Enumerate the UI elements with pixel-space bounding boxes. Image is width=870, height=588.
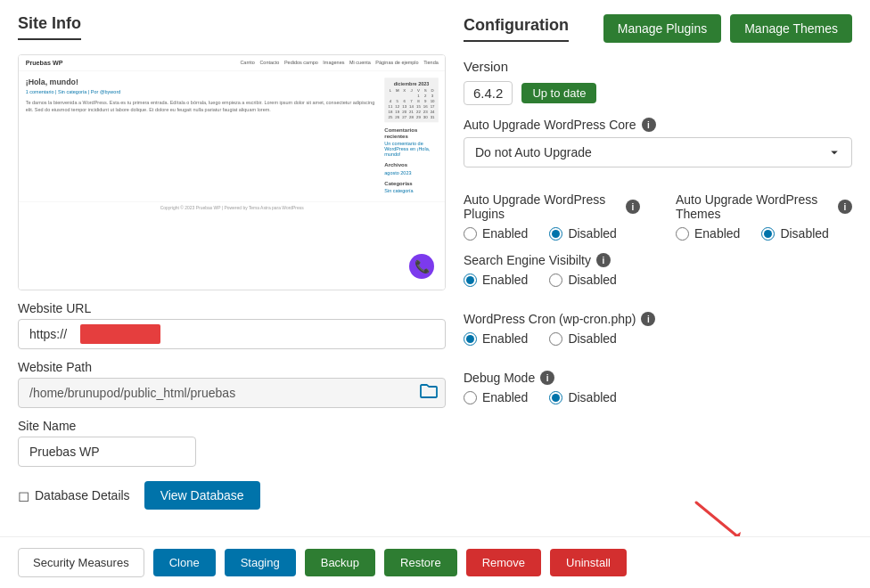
plugins-info-icon[interactable]: i [626, 200, 640, 214]
cron-radio-group: Enabled Disabled [464, 331, 852, 346]
version-number: 6.4.2 [464, 81, 513, 105]
preview-categories-section: Categorías Sin categoría [384, 180, 439, 193]
cron-enabled-label: Enabled [482, 331, 528, 346]
clone-button[interactable]: Clone [153, 549, 216, 576]
themes-disabled-radio[interactable]: Disabled [761, 226, 828, 241]
website-path-group: Website Path [18, 360, 446, 408]
phone-icon: 📞 [409, 254, 434, 279]
config-title: Configuration [464, 16, 569, 42]
database-row: ◻ Database Details View Database [18, 481, 446, 510]
themes-enabled-label: Enabled [694, 226, 740, 241]
config-header: Configuration Manage Plugins Manage Them… [464, 14, 852, 43]
search-engine-enabled-label: Enabled [482, 273, 528, 287]
themes-col: Auto Upgrade WordPress Themes i Enabled … [676, 192, 852, 241]
debug-enabled-radio[interactable]: Enabled [464, 390, 528, 404]
config-buttons: Manage Plugins Manage Themes [603, 14, 852, 43]
uninstall-button[interactable]: Uninstall [550, 549, 627, 576]
cron-disabled-radio[interactable]: Disabled [549, 331, 616, 346]
search-engine-radio-group: Enabled Disabled [464, 273, 852, 287]
search-engine-enabled-radio[interactable]: Enabled [464, 273, 528, 287]
website-path-wrapper [18, 378, 446, 408]
plugins-disabled-radio[interactable]: Disabled [549, 226, 616, 241]
themes-enabled-radio[interactable]: Enabled [676, 226, 740, 241]
preview-body: Te damos la bienvenida a WordPress. Esta… [26, 99, 377, 114]
plugins-col: Auto Upgrade WordPress Plugins i Enabled… [464, 192, 640, 241]
url-redacted-bar [80, 324, 160, 344]
preview-link: 1 comentario | Sin categoría | Por @bywo… [26, 90, 377, 95]
auto-upgrade-core-select[interactable]: Do not Auto Upgrade Auto Upgrade Minor V… [464, 137, 852, 167]
website-url-wrapper [18, 319, 446, 349]
search-engine-info-icon[interactable]: i [596, 253, 611, 267]
manage-themes-button[interactable]: Manage Themes [730, 14, 852, 43]
site-name-input[interactable] [18, 437, 196, 467]
preview-calendar-grid: LMXJVSD 123 45678910 11121314151617 1819… [388, 88, 436, 119]
website-url-label: Website URL [18, 301, 446, 315]
plugins-disabled-label: Disabled [568, 226, 616, 241]
preview-heading: ¡Hola, mundo! [26, 78, 377, 86]
manage-plugins-button[interactable]: Manage Plugins [603, 14, 721, 43]
plugins-upgrade-label: Auto Upgrade WordPress Plugins i [464, 192, 640, 221]
cron-disabled-label: Disabled [568, 331, 616, 346]
preview-calendar-title: diciembre 2023 [388, 81, 436, 86]
version-badge: Up to date [521, 83, 596, 103]
plus-icon: ◻ [18, 487, 29, 504]
debug-label: Debug Mode i [464, 371, 852, 385]
database-label-text: Database Details [35, 488, 130, 502]
search-engine-disabled-radio[interactable]: Disabled [549, 273, 616, 287]
plugins-radio-group: Enabled Disabled [464, 226, 640, 241]
restore-button[interactable]: Restore [384, 549, 457, 576]
security-measures-button[interactable]: Security Measures [18, 548, 144, 577]
preview-comments-section: Comentarios recientes Un comentario de W… [384, 127, 439, 158]
database-label: ◻ Database Details [18, 487, 130, 504]
auto-upgrade-core-info-icon[interactable]: i [642, 118, 656, 132]
right-panel: Configuration Manage Plugins Manage Them… [464, 14, 852, 526]
cron-block: WordPress Cron (wp-cron.php) i Enabled D… [464, 312, 852, 346]
cron-enabled-radio[interactable]: Enabled [464, 331, 528, 346]
folder-browse-button[interactable] [419, 383, 439, 404]
remove-button[interactable]: Remove [466, 549, 541, 576]
version-section: Version 6.4.2 Up to date [464, 59, 852, 105]
site-name-label: Site Name [18, 419, 446, 433]
website-preview: Pruebas WP Carrito Contacto Pedidos camp… [18, 54, 446, 290]
version-row: 6.4.2 Up to date [464, 81, 852, 105]
website-path-label: Website Path [18, 360, 446, 374]
bottom-action-bar: Security Measures Clone Staging Backup R… [0, 536, 870, 588]
site-info-title: Site Info [18, 14, 81, 40]
auto-upgrade-core-block: Auto Upgrade WordPress Core i Do not Aut… [464, 118, 852, 167]
debug-block: Debug Mode i Enabled Disabled [464, 371, 852, 404]
debug-radio-group: Enabled Disabled [464, 390, 852, 404]
version-label-text: Version [464, 59, 852, 74]
debug-disabled-label: Disabled [568, 390, 616, 404]
search-engine-block: Search Engine Visibilty i Enabled Disabl… [464, 253, 852, 287]
preview-footer: Copyright © 2023 Pruebas WP | Powered by… [19, 201, 445, 215]
website-path-input[interactable] [18, 378, 446, 408]
view-database-button[interactable]: View Database [144, 481, 260, 510]
themes-disabled-label: Disabled [780, 226, 828, 241]
plugins-enabled-label: Enabled [482, 226, 528, 241]
preview-nav-links: Carrito Contacto Pedidos campo Imagenes … [240, 61, 438, 66]
auto-upgrade-core-label: Auto Upgrade WordPress Core i [464, 118, 852, 132]
search-engine-disabled-label: Disabled [568, 273, 616, 287]
two-col-config: Auto Upgrade WordPress Plugins i Enabled… [464, 192, 852, 241]
themes-upgrade-label: Auto Upgrade WordPress Themes i [676, 192, 852, 221]
search-engine-label: Search Engine Visibilty i [464, 253, 852, 267]
backup-button[interactable]: Backup [305, 549, 375, 576]
preview-brand: Pruebas WP [26, 59, 63, 66]
debug-enabled-label: Enabled [482, 390, 528, 404]
plugins-enabled-radio[interactable]: Enabled [464, 226, 528, 241]
staging-button[interactable]: Staging [225, 549, 296, 576]
cron-info-icon[interactable]: i [641, 312, 655, 326]
cron-label: WordPress Cron (wp-cron.php) i [464, 312, 852, 326]
themes-radio-group: Enabled Disabled [676, 226, 852, 241]
debug-info-icon[interactable]: i [540, 371, 554, 385]
preview-archives-section: Archivos agosto 2023 [384, 162, 439, 176]
website-url-group: Website URL [18, 301, 446, 349]
themes-info-icon[interactable]: i [838, 200, 852, 214]
debug-disabled-radio[interactable]: Disabled [549, 390, 616, 404]
left-panel: Site Info Pruebas WP Carrito Contacto Pe… [18, 14, 446, 526]
site-name-group: Site Name [18, 419, 446, 467]
